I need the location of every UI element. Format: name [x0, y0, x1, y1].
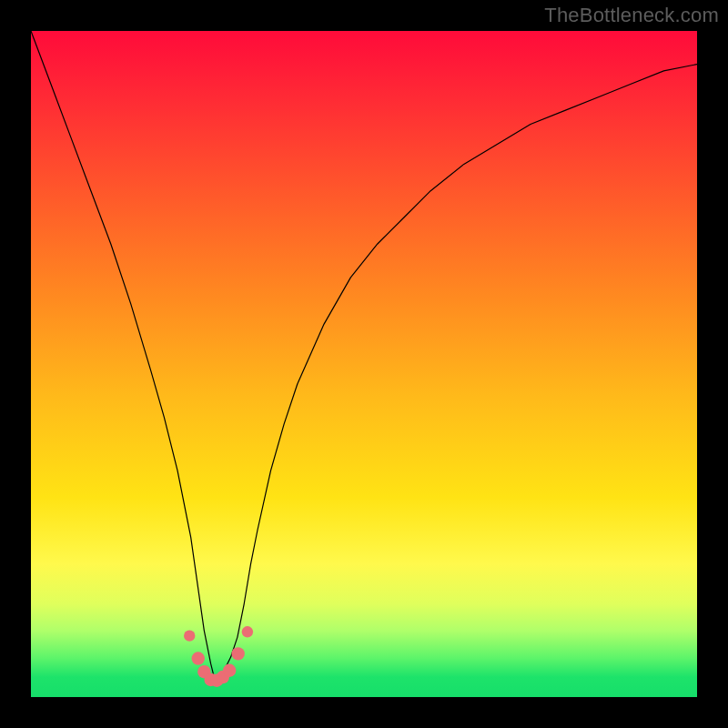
chart-frame: TheBottleneck.com [0, 0, 728, 728]
plot-area [31, 31, 697, 697]
watermark-text: TheBottleneck.com [544, 4, 719, 27]
